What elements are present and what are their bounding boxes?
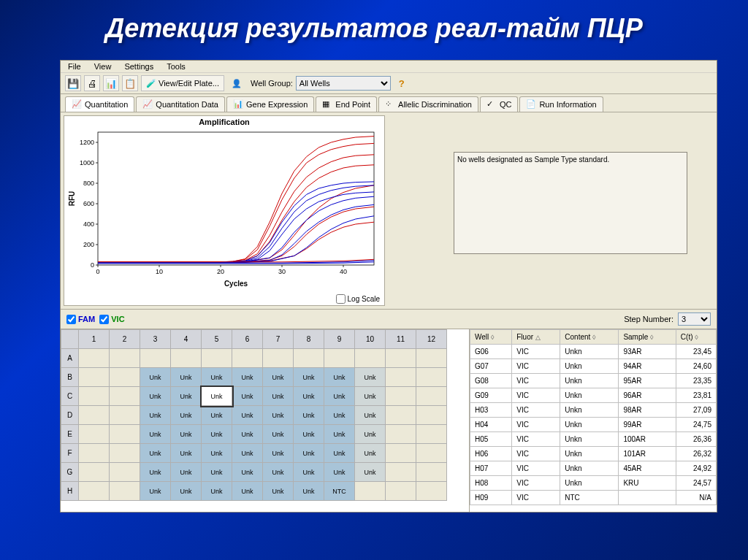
- plate-well-empty[interactable]: [416, 463, 447, 482]
- plate-well-empty[interactable]: [386, 482, 416, 501]
- plate-well-empty[interactable]: [416, 368, 447, 387]
- plate-well-empty[interactable]: [416, 406, 447, 425]
- plate-well-empty[interactable]: [79, 425, 110, 444]
- clipboard-button[interactable]: 📋: [122, 75, 138, 91]
- table-row[interactable]: G06VICUnkn93AR23,45: [470, 345, 717, 359]
- tab-end-point[interactable]: ▦End Point: [316, 96, 377, 112]
- plate-col-header[interactable]: 10: [355, 330, 386, 349]
- plate-well-empty[interactable]: [110, 482, 140, 501]
- plate-well-empty[interactable]: [79, 368, 110, 387]
- plate-well[interactable]: Unk: [263, 406, 294, 425]
- plate-col-header[interactable]: 9: [324, 330, 355, 349]
- plate-well[interactable]: Unk: [140, 368, 171, 387]
- plate-well[interactable]: Unk: [140, 482, 171, 501]
- table-row[interactable]: H04VICUnkn99AR24,75: [470, 418, 717, 432]
- plate-table[interactable]: 123456789101112ABUnkUnkUnkUnkUnkUnkUnkUn…: [61, 329, 447, 501]
- save-button[interactable]: 💾: [65, 75, 81, 91]
- plate-row-header[interactable]: G: [61, 463, 79, 482]
- plate-well[interactable]: Unk: [294, 387, 324, 406]
- col-content[interactable]: Content ◊: [560, 330, 619, 345]
- plate-well-empty[interactable]: [324, 349, 355, 368]
- plate-well[interactable]: Unk: [263, 425, 294, 444]
- plate-well[interactable]: Unk: [263, 387, 294, 406]
- plate-well-empty[interactable]: [386, 463, 416, 482]
- plate-well-empty[interactable]: [386, 387, 416, 406]
- plate-well-empty[interactable]: [79, 444, 110, 463]
- plate-well[interactable]: Unk: [232, 368, 263, 387]
- plate-well[interactable]: Unk: [140, 425, 171, 444]
- step-number-select[interactable]: 3: [678, 312, 711, 326]
- plate-well[interactable]: Unk: [140, 444, 171, 463]
- plate-well[interactable]: Unk: [171, 463, 202, 482]
- plate-well[interactable]: Unk: [140, 406, 171, 425]
- plate-well-empty[interactable]: [386, 425, 416, 444]
- plate-well[interactable]: Unk: [232, 406, 263, 425]
- plate-panel[interactable]: 123456789101112ABUnkUnkUnkUnkUnkUnkUnkUn…: [61, 329, 470, 512]
- plate-well[interactable]: Unk: [202, 444, 232, 463]
- plate-col-header[interactable]: 12: [416, 330, 447, 349]
- plate-well-empty[interactable]: [232, 349, 263, 368]
- table-row[interactable]: G08VICUnkn95AR23,35: [470, 374, 717, 388]
- menu-file[interactable]: File: [68, 62, 81, 71]
- col-sample[interactable]: Sample ◊: [619, 330, 676, 345]
- plate-well[interactable]: Unk: [232, 482, 263, 501]
- plate-well[interactable]: Unk: [263, 482, 294, 501]
- plate-well[interactable]: Unk: [294, 444, 324, 463]
- plate-well[interactable]: Unk: [324, 387, 355, 406]
- help-button[interactable]: ?: [394, 75, 410, 91]
- plate-well[interactable]: Unk: [202, 463, 232, 482]
- menu-tools[interactable]: Tools: [167, 62, 186, 71]
- col-cq[interactable]: C(t) ◊: [676, 330, 716, 345]
- plate-well[interactable]: Unk: [324, 463, 355, 482]
- plate-well-selected[interactable]: Unk: [202, 387, 232, 406]
- col-fluor[interactable]: Fluor △: [512, 330, 560, 345]
- plate-well-empty[interactable]: [416, 482, 447, 501]
- log-scale-checkbox[interactable]: Log Scale: [336, 294, 380, 304]
- print-button[interactable]: 🖨: [84, 75, 100, 91]
- plate-well[interactable]: Unk: [232, 444, 263, 463]
- plate-well[interactable]: Unk: [263, 368, 294, 387]
- table-row[interactable]: H09VICNTCN/A: [470, 491, 717, 505]
- col-well[interactable]: Well ◊: [470, 330, 512, 345]
- plate-col-header[interactable]: 8: [294, 330, 324, 349]
- plate-well[interactable]: Unk: [324, 406, 355, 425]
- plate-col-header[interactable]: 5: [202, 330, 232, 349]
- plate-well-empty[interactable]: [416, 425, 447, 444]
- plate-well[interactable]: Unk: [355, 387, 386, 406]
- plate-well[interactable]: Unk: [202, 406, 232, 425]
- plate-row-header[interactable]: A: [61, 349, 79, 368]
- plate-well-empty[interactable]: [79, 406, 110, 425]
- report-button[interactable]: 📊: [103, 75, 119, 91]
- plate-well[interactable]: Unk: [294, 368, 324, 387]
- menu-settings[interactable]: Settings: [124, 62, 153, 71]
- data-table-panel[interactable]: Well ◊Fluor △Content ◊Sample ◊C(t) ◊ G06…: [470, 329, 717, 512]
- plate-row-header[interactable]: H: [61, 482, 79, 501]
- plate-well[interactable]: Unk: [202, 368, 232, 387]
- plate-well-empty[interactable]: [140, 349, 171, 368]
- plate-col-header[interactable]: 2: [110, 330, 140, 349]
- tab-allelic[interactable]: ⁘Allelic Discrimination: [378, 96, 478, 112]
- tab-gene-expression[interactable]: 📊Gene Expression: [226, 96, 314, 112]
- plate-well-empty[interactable]: [79, 387, 110, 406]
- plate-row-header[interactable]: C: [61, 387, 79, 406]
- plate-well[interactable]: Unk: [324, 425, 355, 444]
- log-scale-input[interactable]: [336, 294, 346, 304]
- tab-quantitation-data[interactable]: 📈Quantitation Data: [136, 96, 225, 112]
- plate-well[interactable]: Unk: [294, 425, 324, 444]
- tab-quantitation[interactable]: 📈Quantitation: [65, 96, 134, 112]
- plate-well-empty[interactable]: [110, 463, 140, 482]
- plate-well[interactable]: Unk: [294, 482, 324, 501]
- table-row[interactable]: H06VICUnkn101AR26,32: [470, 447, 717, 461]
- plate-well-empty[interactable]: [110, 444, 140, 463]
- plate-well-ntc[interactable]: NTC: [324, 482, 355, 501]
- plate-col-header[interactable]: 6: [232, 330, 263, 349]
- plate-well[interactable]: Unk: [171, 387, 202, 406]
- plate-well-empty[interactable]: [263, 349, 294, 368]
- plate-well[interactable]: Unk: [294, 463, 324, 482]
- plate-well[interactable]: Unk: [171, 482, 202, 501]
- plate-well-empty[interactable]: [171, 349, 202, 368]
- plate-well-empty[interactable]: [386, 406, 416, 425]
- plate-well[interactable]: Unk: [355, 425, 386, 444]
- fam-checkbox[interactable]: FAM: [66, 315, 95, 324]
- plate-well[interactable]: Unk: [294, 406, 324, 425]
